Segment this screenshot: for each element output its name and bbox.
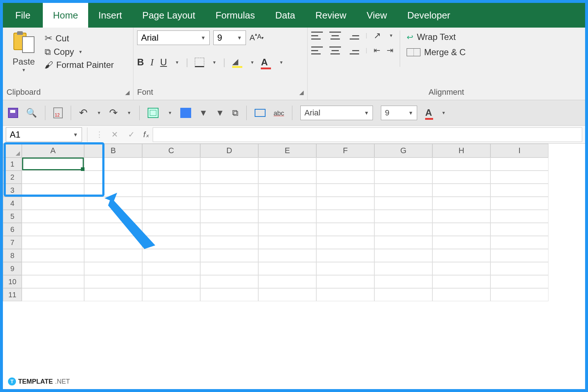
fill-dropdown-icon[interactable]: ▼: [249, 60, 255, 65]
cell[interactable]: [22, 210, 84, 223]
cell[interactable]: [200, 223, 258, 236]
select-table-button[interactable]: [148, 108, 159, 118]
font-size-select[interactable]: 9 ▼: [213, 30, 246, 45]
cell[interactable]: [258, 210, 316, 223]
font-launcher-icon[interactable]: ◢: [299, 89, 304, 96]
cell[interactable]: [490, 288, 548, 301]
cell[interactable]: [200, 210, 258, 223]
row-header[interactable]: 6: [3, 223, 22, 236]
column-header-E[interactable]: E: [258, 144, 316, 158]
align-left-button[interactable]: [311, 46, 323, 54]
cell[interactable]: [316, 249, 374, 262]
orientation-dropdown-icon[interactable]: ▼: [387, 33, 393, 38]
fill-color-button[interactable]: [232, 58, 242, 67]
row-header[interactable]: 7: [3, 236, 22, 249]
cell[interactable]: [374, 184, 432, 197]
merge-center-button[interactable]: Merge & C: [407, 47, 466, 57]
column-header-H[interactable]: H: [432, 144, 490, 158]
column-header-C[interactable]: C: [142, 144, 200, 158]
cell[interactable]: [490, 262, 548, 275]
cell[interactable]: [316, 210, 374, 223]
cell[interactable]: [432, 288, 490, 301]
calendar-button[interactable]: [53, 107, 63, 118]
row-header[interactable]: 8: [3, 249, 22, 262]
copy-button[interactable]: [232, 108, 238, 118]
cell[interactable]: [142, 171, 200, 184]
cell[interactable]: [258, 249, 316, 262]
cell[interactable]: [374, 223, 432, 236]
tab-page-layout[interactable]: Page Layout: [132, 3, 205, 28]
cell[interactable]: [22, 275, 84, 288]
decrease-indent-button[interactable]: [374, 46, 380, 55]
column-header-I[interactable]: I: [490, 144, 548, 158]
cell[interactable]: [22, 236, 84, 249]
cell[interactable]: [432, 262, 490, 275]
qat-size-select[interactable]: 9 ▼: [381, 106, 417, 120]
borders-dropdown-icon[interactable]: ▼: [211, 60, 217, 65]
spell-check-button[interactable]: [274, 108, 284, 118]
cell[interactable]: [490, 197, 548, 210]
cell[interactable]: [374, 171, 432, 184]
cell[interactable]: [374, 262, 432, 275]
cell[interactable]: [490, 236, 548, 249]
cell[interactable]: [432, 275, 490, 288]
copy-button[interactable]: Copy ▼: [45, 47, 114, 57]
cell[interactable]: [316, 184, 374, 197]
cell[interactable]: [258, 197, 316, 210]
qat-font-color-dropdown-icon[interactable]: ▼: [440, 110, 446, 115]
cell[interactable]: [316, 262, 374, 275]
increase-font-button[interactable]: A: [250, 33, 255, 42]
cell[interactable]: [316, 197, 374, 210]
increase-indent-button[interactable]: [387, 46, 393, 55]
cell[interactable]: [22, 288, 84, 301]
cancel-edit-button[interactable]: ✕: [106, 130, 123, 139]
tab-file[interactable]: File: [3, 3, 43, 28]
cell[interactable]: [258, 158, 316, 171]
cell[interactable]: [374, 210, 432, 223]
cell[interactable]: [316, 158, 374, 171]
underline-button[interactable]: U: [160, 57, 167, 68]
cell[interactable]: [490, 210, 548, 223]
cell[interactable]: [374, 275, 432, 288]
bold-button[interactable]: B: [137, 57, 144, 68]
save-button[interactable]: [8, 108, 18, 118]
align-right-button[interactable]: [348, 46, 359, 54]
cell[interactable]: [200, 275, 258, 288]
cell[interactable]: [200, 236, 258, 249]
tab-insert[interactable]: Insert: [88, 3, 132, 28]
cell[interactable]: [374, 288, 432, 301]
cell[interactable]: [490, 184, 548, 197]
redo-button[interactable]: [109, 107, 118, 119]
row-header[interactable]: 10: [3, 275, 22, 288]
cell[interactable]: [432, 249, 490, 262]
cell[interactable]: [258, 223, 316, 236]
row-header[interactable]: 9: [3, 262, 22, 275]
cell[interactable]: [22, 249, 84, 262]
cell[interactable]: [432, 171, 490, 184]
cell[interactable]: [432, 210, 490, 223]
qat-font-select[interactable]: Arial ▼: [300, 106, 373, 120]
italic-button[interactable]: I: [151, 57, 154, 68]
column-header-G[interactable]: G: [374, 144, 432, 158]
column-header-F[interactable]: F: [316, 144, 374, 158]
cell[interactable]: [258, 288, 316, 301]
print-preview-button[interactable]: [26, 108, 37, 118]
align-center-button[interactable]: [329, 46, 341, 54]
qat-font-color-button[interactable]: A: [425, 107, 432, 118]
cell[interactable]: [316, 288, 374, 301]
tab-view[interactable]: View: [357, 3, 397, 28]
row-header[interactable]: 11: [3, 288, 22, 301]
align-middle-button[interactable]: [329, 32, 341, 40]
cell[interactable]: [374, 158, 432, 171]
cell[interactable]: [316, 171, 374, 184]
cell[interactable]: [200, 249, 258, 262]
cell[interactable]: [258, 275, 316, 288]
cell[interactable]: [490, 249, 548, 262]
column-header-D[interactable]: D: [200, 144, 258, 158]
formula-input[interactable]: [153, 127, 582, 142]
align-top-button[interactable]: [311, 32, 323, 40]
tab-home[interactable]: Home: [43, 3, 88, 28]
confirm-edit-button[interactable]: ✓: [123, 130, 140, 139]
cell[interactable]: [142, 288, 200, 301]
cell[interactable]: [316, 275, 374, 288]
